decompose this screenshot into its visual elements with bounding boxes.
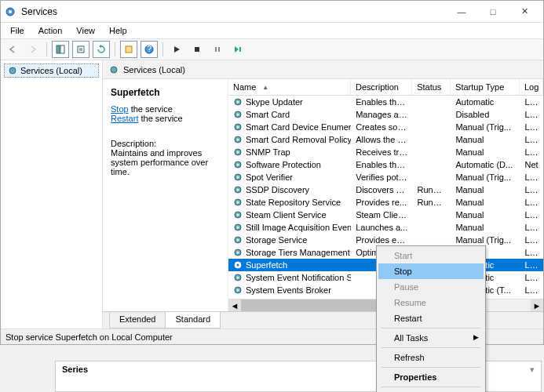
service-desc: Launches a...	[351, 223, 412, 232]
service-row[interactable]: Software ProtectionEnables the ...Automa…	[228, 158, 543, 171]
status-text: Stop service Superfetch on Local Compute…	[5, 332, 173, 342]
cm-stop[interactable]: Stop	[378, 263, 484, 279]
context-menu: Start Stop Pause Resume Restart All Task…	[376, 245, 486, 392]
menu-view[interactable]: View	[70, 24, 101, 37]
pause-button[interactable]	[209, 41, 226, 58]
svg-point-43	[237, 277, 239, 279]
cm-help[interactable]: Help	[378, 389, 484, 392]
stop-button[interactable]	[188, 41, 206, 58]
gear-icon	[233, 135, 243, 144]
back-button[interactable]	[4, 41, 21, 58]
service-row[interactable]: SSDP DiscoveryDiscovers n...RunningManua…	[228, 183, 543, 196]
svg-point-21	[237, 139, 239, 141]
service-row[interactable]: Smart Card Device Enumera...Creates soft…	[228, 121, 543, 133]
service-row[interactable]: Steam Client ServiceSteam Clien...Manual…	[228, 209, 543, 221]
service-startup: Manual	[451, 210, 520, 220]
close-button[interactable]: ✕	[509, 1, 540, 23]
svg-point-13	[111, 67, 117, 73]
service-logon: Loc	[520, 198, 543, 207]
toolbar-separator	[162, 42, 163, 56]
cm-refresh[interactable]: Refresh	[378, 350, 484, 365]
description-label: Description:	[111, 139, 220, 148]
service-row[interactable]: Smart Card Removal PolicyAllows the s...…	[228, 133, 543, 146]
maximize-button[interactable]: □	[477, 1, 509, 23]
service-desc: Receives tra...	[351, 147, 412, 157]
toolbar-separator	[115, 42, 115, 56]
svg-rect-9	[215, 47, 217, 52]
svg-point-1	[9, 10, 12, 13]
cm-separator	[382, 328, 480, 328]
service-name: State Repository Service	[246, 198, 341, 207]
stop-link[interactable]: Stop	[111, 104, 129, 114]
svg-rect-4	[78, 46, 84, 53]
service-row[interactable]: Smart CardManages ac...DisabledLoc	[228, 108, 543, 121]
cm-properties[interactable]: Properties	[378, 369, 484, 385]
service-name: Still Image Acquisition Events	[246, 223, 351, 232]
gear-icon	[233, 160, 243, 169]
play-button[interactable]	[168, 41, 185, 58]
service-logon: Loc	[520, 185, 543, 194]
gear-icon	[233, 248, 243, 257]
export-button[interactable]	[72, 41, 89, 58]
col-header-description[interactable]: Description	[351, 79, 412, 95]
service-row[interactable]: Storage ServiceProvides en...Manual (Tri…	[228, 234, 543, 246]
gear-icon	[233, 285, 243, 295]
col-header-status[interactable]: Status	[412, 79, 451, 95]
service-startup: Manual (Trig...	[451, 122, 520, 132]
gear-icon	[233, 198, 243, 207]
service-desc: Manages ac...	[351, 110, 412, 119]
scroll-left-icon[interactable]: ◄	[228, 299, 241, 311]
service-startup: Disabled	[451, 110, 520, 119]
gear-icon	[233, 185, 243, 194]
service-row[interactable]: SNMP TrapReceives tra...ManualLoc	[228, 146, 543, 158]
service-name: Spot Verifier	[246, 172, 293, 182]
cm-pause: Pause	[378, 279, 484, 295]
service-name: SNMP Trap	[246, 147, 290, 157]
menu-file[interactable]: File	[4, 24, 31, 37]
service-row[interactable]: Skype UpdaterEnables the ...AutomaticLoc	[228, 96, 543, 108]
gear-icon	[233, 235, 243, 245]
scroll-right-icon[interactable]: ►	[531, 299, 543, 311]
svg-point-39	[237, 252, 239, 254]
service-name: Software Protection	[246, 160, 321, 169]
menu-help[interactable]: Help	[103, 24, 133, 37]
service-row[interactable]: State Repository ServiceProvides re...Ru…	[228, 196, 543, 209]
service-desc: Discovers n...	[351, 185, 412, 194]
service-startup: Manual (Trig...	[451, 235, 520, 245]
service-row[interactable]: Still Image Acquisition EventsLaunches a…	[228, 221, 543, 234]
minimize-button[interactable]: —	[446, 1, 477, 23]
help-button[interactable]: ?	[141, 41, 158, 58]
service-startup: Automatic	[451, 97, 520, 107]
forward-button[interactable]	[24, 41, 42, 58]
dropdown-icon[interactable]: ▾	[530, 365, 535, 375]
service-logon: Loc	[520, 110, 543, 119]
col-header-startup[interactable]: Startup Type	[451, 79, 520, 95]
tab-extended[interactable]: Extended	[109, 312, 166, 328]
gear-icon	[233, 210, 243, 220]
tree-pane: Services (Local)	[1, 60, 103, 328]
properties-button[interactable]	[120, 41, 137, 58]
col-header-name[interactable]: Name▲	[228, 79, 351, 95]
service-desc: Allows the s...	[351, 135, 412, 144]
cm-alltasks[interactable]: All Tasks▶	[378, 330, 484, 346]
service-name: Smart Card Removal Policy	[246, 135, 351, 144]
svg-point-15	[237, 101, 239, 103]
service-logon: Loc	[520, 260, 543, 270]
svg-point-29	[237, 189, 239, 191]
service-startup: Manual	[451, 185, 520, 194]
service-name: Steam Client Service	[246, 210, 327, 220]
restart-link[interactable]: Restart	[111, 114, 138, 123]
titlebar: Services — □ ✕	[1, 1, 543, 23]
col-header-logon[interactable]: Log	[520, 79, 543, 95]
restart-button[interactable]	[229, 41, 246, 58]
service-desc: Enables the ...	[351, 97, 412, 107]
menu-action[interactable]: Action	[32, 24, 69, 37]
tree-services-local[interactable]: Services (Local)	[4, 64, 99, 78]
tab-standard[interactable]: Standard	[165, 312, 221, 328]
gear-icon	[233, 122, 243, 132]
refresh-button[interactable]	[93, 41, 110, 58]
show-hide-tree-button[interactable]	[52, 41, 69, 58]
service-name: Smart Card Device Enumera...	[246, 122, 351, 132]
cm-restart[interactable]: Restart	[378, 310, 484, 326]
service-row[interactable]: Spot VerifierVerifies pote...Manual (Tri…	[228, 171, 543, 183]
